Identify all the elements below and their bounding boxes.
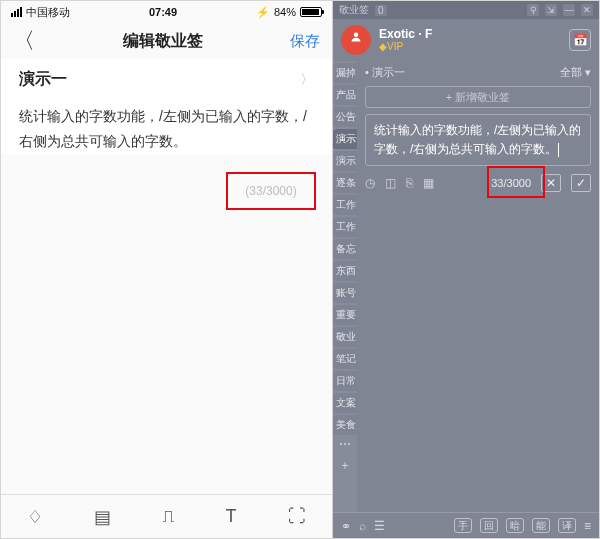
char-counter: (33/3000) (245, 184, 296, 198)
search-icon[interactable]: ⌕ (359, 519, 366, 533)
sidebar-item[interactable]: 账号 (333, 283, 357, 303)
win-lock-icon[interactable]: ⚲ (527, 4, 539, 16)
footer-menu-icon[interactable]: ≡ (584, 519, 591, 533)
char-counter-highlight: (33/3000) (226, 172, 316, 210)
app-title: 敬业签 (339, 3, 369, 17)
user-header: Exotic · F ◆VIP 📅 (333, 19, 599, 61)
desktop-pane: 敬业签 0 ⚲ ⇲ — ✕ Exotic · F ◆VIP 📅 漏掉 产品 公告… (333, 1, 599, 538)
note-title-row[interactable]: 演示一 〉 (1, 59, 332, 96)
sidebar-more[interactable]: ⋯ (333, 437, 357, 455)
win-min-icon[interactable]: — (563, 4, 575, 16)
text-cursor (558, 143, 559, 157)
add-note-button[interactable]: + 新增敬业签 (365, 86, 591, 108)
back-button[interactable]: 〈 (13, 26, 35, 56)
footer-pill[interactable]: 手 (454, 518, 472, 533)
note-editor-text: 统计输入的字数功能，/左侧为已输入的字数，/右侧为总共可输入的字数。 (374, 123, 581, 156)
clock: 07:49 (149, 6, 177, 18)
attach-icon[interactable]: ⎘ (406, 176, 413, 190)
bell-icon[interactable]: ♢ (27, 506, 43, 528)
desk-char-counter: 33/3000 (491, 177, 531, 189)
image-icon[interactable]: ▤ (94, 506, 111, 528)
cancel-button[interactable]: ✕ (541, 174, 561, 192)
sidebar-item[interactable]: 美食 (333, 415, 357, 435)
image2-icon[interactable]: ▦ (423, 176, 434, 190)
sidebar-item[interactable]: 敬业 (333, 327, 357, 347)
text-icon[interactable]: T (226, 506, 237, 527)
note-editor[interactable]: 统计输入的字数功能，/左侧为已输入的字数，/右侧为总共可输入的字数。 (365, 114, 591, 166)
avatar[interactable] (341, 25, 371, 55)
phone-pane: 中国移动 07:49 ⚡ 84% 〈 编辑敬业签 保存 演示一 〉 统计输入的字… (1, 1, 333, 538)
confirm-button[interactable]: ✓ (571, 174, 591, 192)
tag-icon[interactable]: ◫ (385, 176, 396, 190)
footer-pill[interactable]: 译 (558, 518, 576, 533)
note-body[interactable]: 统计输入的字数功能，/左侧为已输入的字数，/右侧为总共可输入的字数。 (1, 96, 332, 154)
signal-icon (11, 7, 22, 17)
sidebar-item[interactable]: 工作 (333, 195, 357, 215)
crumb-filter[interactable]: 全部 ▾ (560, 65, 591, 80)
vip-badge: ◆VIP (379, 41, 432, 53)
sidebar-item[interactable]: 文案 (333, 393, 357, 413)
sidebar-item[interactable]: 演示 (333, 151, 357, 171)
sidebar-item[interactable]: 东西 (333, 261, 357, 281)
sidebar-item-active[interactable]: 演示一 (333, 129, 357, 149)
sidebar-item[interactable]: 公告 (333, 107, 357, 127)
team-icon[interactable]: ⚭ (341, 519, 351, 533)
desk-footer: ⚭ ⌕ ☰ 手 回 暗 能 译 ≡ (333, 512, 599, 538)
clock-icon[interactable]: ◷ (365, 176, 375, 190)
nav-bar: 〈 编辑敬业签 保存 (1, 23, 332, 59)
note-title: 演示一 (19, 69, 67, 90)
footer-pill[interactable]: 暗 (506, 518, 524, 533)
footer-pill[interactable]: 能 (532, 518, 550, 533)
note-action-row: ◷ ◫ ⎘ ▦ 33/3000 ✕ ✓ (365, 172, 591, 194)
win-pin-icon[interactable]: ⇲ (545, 4, 557, 16)
sidebar-item[interactable]: 重要 (333, 305, 357, 325)
scan-icon[interactable]: ⛶ (288, 506, 306, 527)
title-badge: 0 (375, 5, 387, 16)
battery-icon (300, 7, 322, 17)
sidebar-add[interactable]: ＋ (333, 457, 357, 475)
calendar-icon[interactable]: 📅 (569, 29, 591, 51)
user-name: Exotic · F (379, 27, 432, 41)
mic-icon[interactable]: ⎍ (163, 506, 174, 527)
sidebar-item[interactable]: 日常 (333, 371, 357, 391)
page-title: 编辑敬业签 (123, 31, 203, 52)
sidebar-item[interactable]: 产品 (333, 85, 357, 105)
sidebar-item[interactable]: 笔记 (333, 349, 357, 369)
chevron-right-icon: 〉 (300, 71, 314, 89)
battery-pct: 84% (274, 6, 296, 18)
category-sidebar: 漏掉 产品 公告 演示一 演示 逐条 工作 工作 备忘 东西 账号 重要 敬业 … (333, 61, 357, 512)
sidebar-item[interactable]: 逐条 (333, 173, 357, 193)
status-bar: 中国移动 07:49 ⚡ 84% (1, 1, 332, 23)
list-icon[interactable]: ☰ (374, 519, 385, 533)
sidebar-item[interactable]: 工作 (333, 217, 357, 237)
sidebar-item[interactable]: 备忘 (333, 239, 357, 259)
content-area: • 演示一 全部 ▾ + 新增敬业签 统计输入的字数功能，/左侧为已输入的字数，… (357, 61, 599, 512)
save-button[interactable]: 保存 (290, 32, 320, 51)
sidebar-item[interactable]: 漏掉 (333, 63, 357, 83)
carrier-label: 中国移动 (26, 5, 70, 20)
crumb-label[interactable]: • 演示一 (365, 65, 405, 80)
footer-pill[interactable]: 回 (480, 518, 498, 533)
editor-toolbar: ♢ ▤ ⎍ T ⛶ (1, 494, 332, 538)
win-close-icon[interactable]: ✕ (581, 4, 593, 16)
charging-icon: ⚡ (256, 6, 270, 19)
window-titlebar: 敬业签 0 ⚲ ⇲ — ✕ (333, 1, 599, 19)
